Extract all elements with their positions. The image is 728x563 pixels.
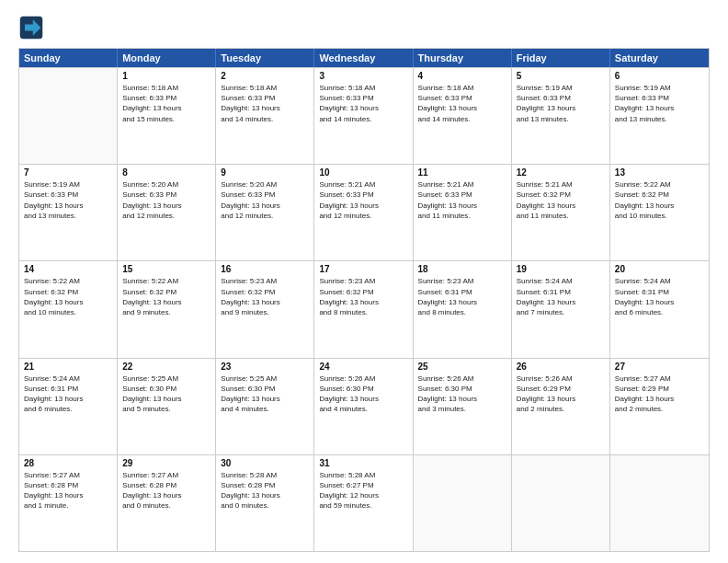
day-cell-8: 8Sunrise: 5:20 AM Sunset: 6:33 PM Daylig… xyxy=(118,165,216,260)
day-cell-5: 5Sunrise: 5:19 AM Sunset: 6:33 PM Daylig… xyxy=(512,68,610,164)
day-number: 8 xyxy=(122,167,210,178)
day-cell-11: 11Sunrise: 5:21 AM Sunset: 6:33 PM Dayli… xyxy=(414,165,512,260)
day-text: Sunrise: 5:21 AM Sunset: 6:33 PM Dayligh… xyxy=(418,179,506,221)
logo-icon xyxy=(18,15,44,40)
calendar-row-1: 7Sunrise: 5:19 AM Sunset: 6:33 PM Daylig… xyxy=(19,164,709,260)
day-cell-29: 29Sunrise: 5:27 AM Sunset: 6:28 PM Dayli… xyxy=(118,455,216,551)
page: SundayMondayTuesdayWednesdayThursdayFrid… xyxy=(0,0,728,563)
day-cell-16: 16Sunrise: 5:23 AM Sunset: 6:32 PM Dayli… xyxy=(216,261,314,357)
day-text: Sunrise: 5:27 AM Sunset: 6:28 PM Dayligh… xyxy=(24,470,112,511)
header-day-tuesday: Tuesday xyxy=(216,49,314,67)
day-number: 9 xyxy=(221,167,309,178)
day-number: 6 xyxy=(615,71,704,81)
day-cell-22: 22Sunrise: 5:25 AM Sunset: 6:30 PM Dayli… xyxy=(118,359,216,454)
day-cell-18: 18Sunrise: 5:23 AM Sunset: 6:31 PM Dayli… xyxy=(414,261,512,357)
day-number: 1 xyxy=(122,71,210,81)
day-cell-31: 31Sunrise: 5:28 AM Sunset: 6:27 PM Dayli… xyxy=(314,455,413,551)
day-number: 22 xyxy=(122,362,210,372)
day-cell-19: 19Sunrise: 5:24 AM Sunset: 6:31 PM Dayli… xyxy=(512,261,610,357)
day-number: 7 xyxy=(24,167,112,178)
day-number: 19 xyxy=(517,264,605,274)
day-text: Sunrise: 5:24 AM Sunset: 6:31 PM Dayligh… xyxy=(615,276,704,317)
day-number: 13 xyxy=(615,167,704,178)
day-number: 14 xyxy=(24,264,112,274)
day-text: Sunrise: 5:23 AM Sunset: 6:31 PM Dayligh… xyxy=(418,276,506,317)
day-cell-10: 10Sunrise: 5:21 AM Sunset: 6:33 PM Dayli… xyxy=(314,165,413,260)
day-text: Sunrise: 5:26 AM Sunset: 6:30 PM Dayligh… xyxy=(418,373,506,415)
day-cell-empty-4-4 xyxy=(414,455,512,551)
day-number: 10 xyxy=(319,167,407,178)
day-text: Sunrise: 5:19 AM Sunset: 6:33 PM Dayligh… xyxy=(24,179,112,221)
day-cell-14: 14Sunrise: 5:22 AM Sunset: 6:32 PM Dayli… xyxy=(19,261,118,357)
day-text: Sunrise: 5:27 AM Sunset: 6:29 PM Dayligh… xyxy=(615,373,704,415)
day-text: Sunrise: 5:20 AM Sunset: 6:33 PM Dayligh… xyxy=(221,179,309,221)
day-number: 31 xyxy=(319,458,407,468)
logo xyxy=(18,15,46,40)
header-day-monday: Monday xyxy=(118,49,216,67)
day-text: Sunrise: 5:24 AM Sunset: 6:31 PM Dayligh… xyxy=(517,276,605,317)
day-cell-17: 17Sunrise: 5:23 AM Sunset: 6:32 PM Dayli… xyxy=(314,261,413,357)
day-text: Sunrise: 5:28 AM Sunset: 6:28 PM Dayligh… xyxy=(221,470,309,511)
day-text: Sunrise: 5:26 AM Sunset: 6:29 PM Dayligh… xyxy=(517,373,605,415)
day-text: Sunrise: 5:22 AM Sunset: 6:32 PM Dayligh… xyxy=(615,179,704,221)
day-cell-23: 23Sunrise: 5:25 AM Sunset: 6:30 PM Dayli… xyxy=(216,359,314,454)
day-number: 26 xyxy=(517,362,605,372)
day-cell-7: 7Sunrise: 5:19 AM Sunset: 6:33 PM Daylig… xyxy=(19,165,118,260)
day-text: Sunrise: 5:27 AM Sunset: 6:28 PM Dayligh… xyxy=(122,470,210,511)
day-text: Sunrise: 5:18 AM Sunset: 6:33 PM Dayligh… xyxy=(418,83,506,124)
day-text: Sunrise: 5:18 AM Sunset: 6:33 PM Dayligh… xyxy=(122,83,210,124)
day-number: 12 xyxy=(517,167,605,178)
calendar-row-2: 14Sunrise: 5:22 AM Sunset: 6:32 PM Dayli… xyxy=(19,260,709,357)
calendar-body: 1Sunrise: 5:18 AM Sunset: 6:33 PM Daylig… xyxy=(19,67,709,551)
day-text: Sunrise: 5:25 AM Sunset: 6:30 PM Dayligh… xyxy=(122,373,210,415)
day-text: Sunrise: 5:21 AM Sunset: 6:32 PM Dayligh… xyxy=(517,179,605,221)
day-cell-12: 12Sunrise: 5:21 AM Sunset: 6:32 PM Dayli… xyxy=(512,165,610,260)
day-cell-20: 20Sunrise: 5:24 AM Sunset: 6:31 PM Dayli… xyxy=(610,261,709,357)
calendar-row-3: 21Sunrise: 5:24 AM Sunset: 6:31 PM Dayli… xyxy=(19,358,709,454)
day-cell-15: 15Sunrise: 5:22 AM Sunset: 6:32 PM Dayli… xyxy=(118,261,216,357)
day-text: Sunrise: 5:19 AM Sunset: 6:33 PM Dayligh… xyxy=(517,83,605,124)
header-day-wednesday: Wednesday xyxy=(314,49,413,67)
day-cell-2: 2Sunrise: 5:18 AM Sunset: 6:33 PM Daylig… xyxy=(216,68,314,164)
day-number: 20 xyxy=(615,264,704,274)
day-number: 18 xyxy=(418,264,506,274)
day-number: 4 xyxy=(418,71,506,81)
day-text: Sunrise: 5:19 AM Sunset: 6:33 PM Dayligh… xyxy=(615,83,704,124)
day-number: 25 xyxy=(418,362,506,372)
day-cell-30: 30Sunrise: 5:28 AM Sunset: 6:28 PM Dayli… xyxy=(216,455,314,551)
day-text: Sunrise: 5:22 AM Sunset: 6:32 PM Dayligh… xyxy=(24,276,112,317)
header-day-thursday: Thursday xyxy=(414,49,512,67)
day-number: 24 xyxy=(319,362,407,372)
calendar-row-4: 28Sunrise: 5:27 AM Sunset: 6:28 PM Dayli… xyxy=(19,454,709,551)
day-text: Sunrise: 5:25 AM Sunset: 6:30 PM Dayligh… xyxy=(221,373,309,415)
day-number: 5 xyxy=(517,71,605,81)
day-cell-4: 4Sunrise: 5:18 AM Sunset: 6:33 PM Daylig… xyxy=(414,68,512,164)
day-cell-25: 25Sunrise: 5:26 AM Sunset: 6:30 PM Dayli… xyxy=(414,359,512,454)
day-text: Sunrise: 5:26 AM Sunset: 6:30 PM Dayligh… xyxy=(319,373,407,415)
day-cell-empty-0-0 xyxy=(19,68,118,164)
calendar-header: SundayMondayTuesdayWednesdayThursdayFrid… xyxy=(19,49,709,67)
day-text: Sunrise: 5:18 AM Sunset: 6:33 PM Dayligh… xyxy=(319,83,407,124)
day-cell-empty-4-5 xyxy=(512,455,610,551)
day-number: 11 xyxy=(418,167,506,178)
calendar-row-0: 1Sunrise: 5:18 AM Sunset: 6:33 PM Daylig… xyxy=(19,67,709,164)
day-number: 2 xyxy=(221,71,309,81)
day-number: 28 xyxy=(24,458,112,468)
day-cell-1: 1Sunrise: 5:18 AM Sunset: 6:33 PM Daylig… xyxy=(118,68,216,164)
day-number: 23 xyxy=(221,362,309,372)
day-text: Sunrise: 5:23 AM Sunset: 6:32 PM Dayligh… xyxy=(319,276,407,317)
day-cell-21: 21Sunrise: 5:24 AM Sunset: 6:31 PM Dayli… xyxy=(19,359,118,454)
day-text: Sunrise: 5:18 AM Sunset: 6:33 PM Dayligh… xyxy=(221,83,309,124)
day-cell-27: 27Sunrise: 5:27 AM Sunset: 6:29 PM Dayli… xyxy=(610,359,709,454)
day-cell-3: 3Sunrise: 5:18 AM Sunset: 6:33 PM Daylig… xyxy=(314,68,413,164)
calendar: SundayMondayTuesdayWednesdayThursdayFrid… xyxy=(18,48,710,552)
day-cell-6: 6Sunrise: 5:19 AM Sunset: 6:33 PM Daylig… xyxy=(610,68,709,164)
day-text: Sunrise: 5:28 AM Sunset: 6:27 PM Dayligh… xyxy=(319,470,407,511)
day-text: Sunrise: 5:20 AM Sunset: 6:33 PM Dayligh… xyxy=(122,179,210,221)
day-number: 29 xyxy=(122,458,210,468)
header xyxy=(18,15,710,40)
day-text: Sunrise: 5:23 AM Sunset: 6:32 PM Dayligh… xyxy=(221,276,309,317)
day-cell-9: 9Sunrise: 5:20 AM Sunset: 6:33 PM Daylig… xyxy=(216,165,314,260)
header-day-friday: Friday xyxy=(512,49,610,67)
day-cell-26: 26Sunrise: 5:26 AM Sunset: 6:29 PM Dayli… xyxy=(512,359,610,454)
